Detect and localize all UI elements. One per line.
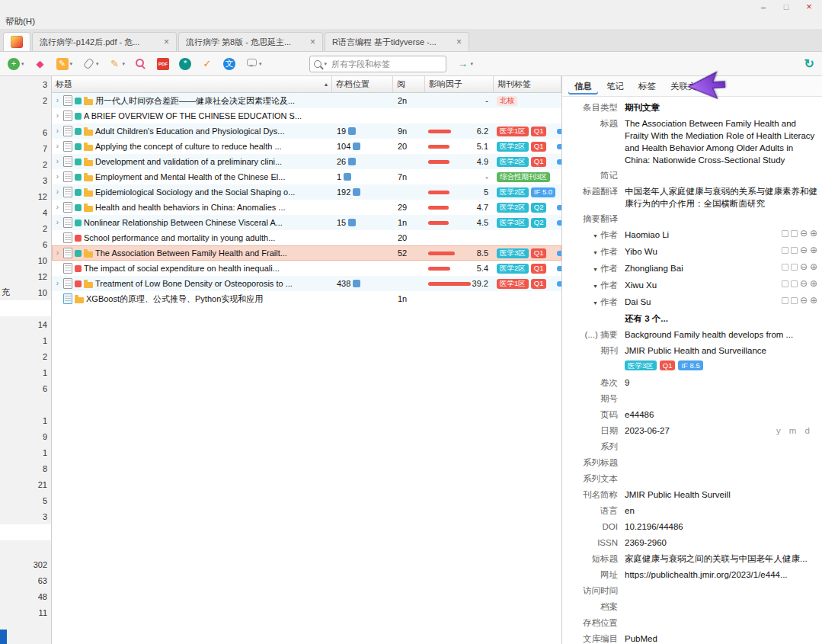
creator-name[interactable]: Zhongliang Bai [625,262,777,274]
minimize-button[interactable]: – [752,0,775,13]
collection-row[interactable]: 9 [0,428,51,444]
field-value[interactable]: JMIR Public Health Surveill [625,489,817,501]
creator-name[interactable]: Haomiao Li [625,229,777,241]
column-header[interactable]: 标题▴ [52,76,332,92]
collection-row[interactable] [0,108,51,124]
field-value[interactable]: 中国老年人家庭健康与衰弱的关系与健康素养和健康行为的中介作用：全国横断面研究 [625,185,817,210]
collection-row[interactable]: 10 [0,252,51,268]
twisty-icon[interactable]: › [54,188,61,196]
remove-creator-icon[interactable]: ⊖ [800,296,808,305]
field-value[interactable]: 家庭健康与衰弱之间的关联与中国老年人健康... [625,553,817,565]
item-row[interactable]: ›The Association Between Family Health a… [52,245,561,261]
collection-row[interactable] [0,300,51,316]
check-plugin-button[interactable]: ✓ [201,58,213,70]
attachment-button[interactable]: ▾ [82,58,99,70]
collection-row[interactable]: 14 [0,316,51,332]
remove-creator-icon[interactable]: ⊖ [800,262,808,271]
collection-row[interactable]: 7 [0,140,51,156]
collection-row[interactable] [0,396,51,412]
search-input[interactable] [330,59,441,69]
field-value[interactable]: https://publichealth.jmir.org/2023/1/e44… [625,569,817,581]
field-value[interactable]: 2369-2960 [625,537,817,549]
twisty-icon[interactable]: › [54,280,61,287]
collection-row[interactable]: 3 [0,508,51,524]
item-pane-tab-info[interactable]: 信息 [568,78,598,95]
toggle-field-mode-icon[interactable] [782,297,788,304]
column-header[interactable]: 阅 [393,76,425,92]
remove-creator-icon[interactable]: ⊖ [800,229,808,238]
field-value[interactable]: The Association Between Family Health an… [625,117,817,166]
locate-button[interactable]: → ▾ [457,58,474,70]
gpt-plugin-button[interactable]: * [179,58,191,70]
tab-document[interactable]: 流行病学 第8版 - 危思延主...× [178,32,323,51]
item-row[interactable]: ›用一代人时间弥合差距——健康社会决定因素理论及...2n-北核 [52,93,561,108]
column-header[interactable]: 期刊标签 [494,76,561,92]
collection-row[interactable] [0,540,51,556]
collection-row[interactable]: 1 [0,364,51,380]
collection-row[interactable]: 302 [0,556,51,572]
collection-row[interactable]: 63 [0,572,51,588]
tab-library[interactable] [3,32,30,51]
tab-document[interactable]: 流行病学-p142后.pdf - 危...× [32,32,177,51]
field-value[interactable]: 9 [625,376,817,389]
field-value[interactable]: PubMed [625,633,817,644]
twisty-icon[interactable]: › [54,158,61,165]
comment-bubble-button[interactable]: ▾ [245,58,262,70]
pdf-plugin-button[interactable]: PDF [157,58,169,70]
collection-row[interactable]: 48 [0,588,51,604]
collection-row[interactable]: 充10 [0,284,51,300]
collection-row[interactable]: 1 [0,332,51,348]
item-row[interactable]: School performance and mortality in youn… [52,230,561,245]
item-row[interactable]: ›Adult Children's Education and Physiolo… [52,123,561,139]
creator-caret-icon[interactable]: ▼ [593,250,598,255]
item-row[interactable]: ›Applying the concept of culture to redu… [52,139,561,154]
toggle-field-mode-icon[interactable] [791,297,798,304]
collection-row[interactable]: 8 [0,460,51,476]
new-note-button[interactable]: ✎▾ [56,58,73,70]
toggle-field-mode-icon[interactable] [782,247,788,254]
field-value[interactable]: 10.2196/44486 [625,521,817,533]
item-row[interactable]: ›Health and health behaviors in China: A… [52,200,561,215]
remove-creator-icon[interactable]: ⊖ [800,279,808,288]
collection-row[interactable]: 3 [0,172,51,188]
tab-close-icon[interactable]: × [310,37,315,47]
field-value[interactable]: e44486 [625,409,817,421]
collection-row[interactable]: 1 [0,412,51,428]
add-creator-icon[interactable]: ⊕ [810,262,817,271]
search-caret-icon[interactable]: ▾ [325,61,328,67]
tab-close-icon[interactable]: × [456,37,462,47]
collection-row[interactable]: 2 [0,220,51,236]
twisty-icon[interactable]: › [54,97,61,104]
twisty-icon[interactable]: › [54,173,61,181]
toggle-field-mode-icon[interactable] [791,230,798,237]
new-item-button[interactable]: +▾ [8,58,24,70]
add-creator-icon[interactable]: ⊕ [810,279,817,288]
column-header[interactable]: 存档位置 [332,76,393,92]
field-value[interactable]: Background Family health develops from .… [625,328,817,341]
toggle-field-mode-icon[interactable] [782,280,788,287]
sync-button[interactable]: ↻ [804,56,814,71]
creator-name[interactable]: Xiwu Xu [625,279,777,291]
translate-plugin-button[interactable]: 文 [223,58,235,70]
twisty-icon[interactable]: › [54,203,61,211]
maximize-button[interactable]: □ [775,0,798,13]
collection-row[interactable]: 3 [0,76,51,92]
collection-row[interactable]: 2 [0,348,51,364]
item-row[interactable]: ›Development and validation of a prelimi… [52,154,561,169]
remove-creator-icon[interactable]: ⊖ [800,245,808,255]
toggle-field-mode-icon[interactable] [791,280,798,287]
collection-row[interactable]: 5 [0,492,51,508]
pencil-button[interactable]: ✎▾ [109,58,126,70]
collection-row[interactable]: 12 [0,188,51,204]
twisty-icon[interactable]: › [54,127,61,135]
field-value[interactable]: JMIR Public Health and Surveillance [625,344,817,357]
creator-caret-icon[interactable]: ▼ [593,300,598,306]
creator-caret-icon[interactable]: ▼ [593,233,598,239]
item-row[interactable]: ›A BRIEF OVERVIEW OF THE CHINESE EDUCATI… [52,108,561,123]
creator-name[interactable]: Dai Su [625,296,777,308]
creator-caret-icon[interactable]: ▼ [593,284,598,289]
creator-caret-icon[interactable]: ▼ [593,267,598,272]
magic-wand-button[interactable]: ◆ [34,58,46,70]
item-pane-tab-tags[interactable]: 标签 [632,78,662,95]
collection-row[interactable]: 6 [0,236,51,252]
